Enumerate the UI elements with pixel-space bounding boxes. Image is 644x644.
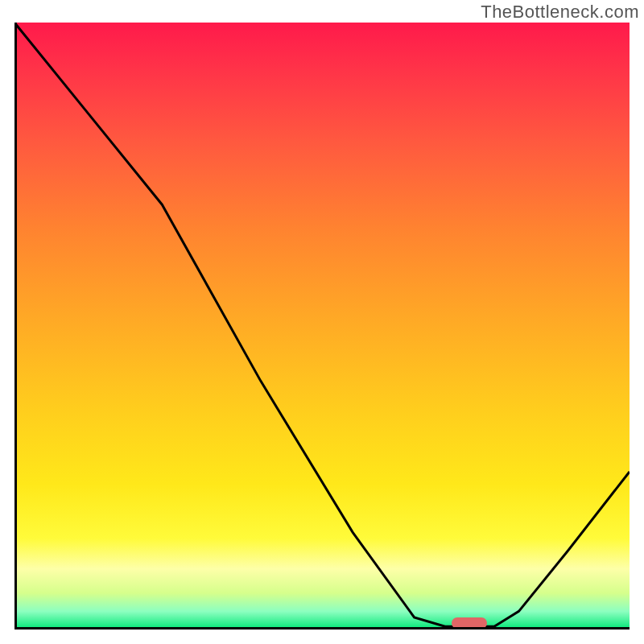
x-axis-line [14,627,630,630]
curve-line [14,23,630,630]
curve-path [14,23,630,626]
chart-stage: TheBottleneck.com [0,0,644,644]
watermark-text: TheBottleneck.com [481,2,639,23]
y-axis-line [14,23,17,630]
plot-area [14,23,630,630]
